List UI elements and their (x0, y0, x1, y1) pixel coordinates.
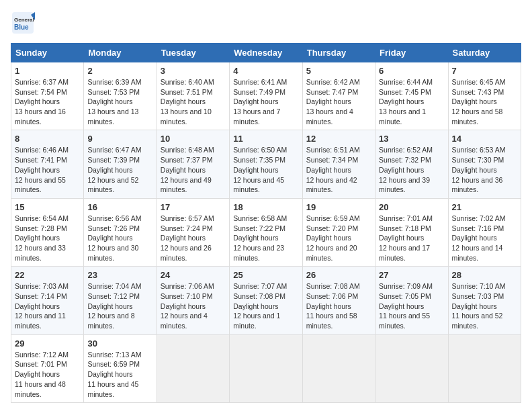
daylight-label: Daylight hours (87, 166, 132, 174)
day-number: 29 (15, 338, 80, 349)
daylight-label: Daylight hours (15, 166, 60, 174)
daylight-label: Daylight hours (306, 234, 351, 242)
cell-content: Sunrise: 6:39 AM Sunset: 7:53 PM Dayligh… (87, 77, 152, 126)
sunrise-label: Sunrise: 7:09 AM (379, 282, 433, 290)
cell-content: Sunrise: 6:59 AM Sunset: 7:20 PM Dayligh… (306, 214, 371, 263)
daylight-label: Daylight hours (233, 234, 278, 242)
day-number: 9 (87, 134, 152, 144)
day-number: 30 (87, 338, 152, 349)
daylight-label: Daylight hours (452, 166, 497, 174)
page-header: General Blue (11, 11, 521, 35)
sunrise-label: Sunrise: 6:47 AM (87, 146, 141, 154)
sunset-label: Sunset: 7:41 PM (15, 156, 67, 164)
daylight-duration: 12 hours and 26 minutes. (161, 244, 212, 262)
sunrise-label: Sunrise: 7:07 AM (233, 282, 287, 290)
daylight-duration: 12 hours and 55 minutes. (15, 176, 66, 194)
daylight-label: Daylight hours (15, 234, 60, 242)
calendar-cell: 24 Sunrise: 7:06 AM Sunset: 7:10 PM Dayl… (157, 267, 229, 334)
sunrise-label: Sunrise: 7:08 AM (306, 282, 360, 290)
day-number: 8 (15, 134, 80, 144)
calendar-week: 1 Sunrise: 6:37 AM Sunset: 7:54 PM Dayli… (11, 62, 521, 130)
daylight-duration: 11 hours and 45 minutes. (87, 380, 138, 398)
calendar-cell (302, 334, 375, 402)
daylight-duration: 12 hours and 17 minutes. (379, 244, 430, 262)
day-number: 12 (306, 134, 371, 144)
day-number: 19 (306, 202, 371, 212)
daylight-duration: 13 hours and 10 minutes. (161, 107, 212, 126)
calendar-cell: 3 Sunrise: 6:40 AM Sunset: 7:51 PM Dayli… (157, 62, 229, 130)
sunset-label: Sunset: 7:53 PM (87, 88, 140, 96)
calendar-week: 29 Sunrise: 7:12 AM Sunset: 7:01 PM Dayl… (11, 334, 521, 402)
sunset-label: Sunset: 7:05 PM (379, 292, 431, 300)
daylight-duration: 12 hours and 8 minutes. (87, 312, 134, 330)
day-number: 17 (161, 202, 226, 212)
daylight-duration: 12 hours and 4 minutes. (161, 312, 208, 330)
day-number: 6 (379, 66, 444, 76)
calendar-table: SundayMondayTuesdayWednesdayThursdayFrid… (11, 43, 521, 403)
calendar-cell: 15 Sunrise: 6:54 AM Sunset: 7:28 PM Dayl… (11, 198, 84, 266)
calendar-cell (157, 334, 229, 402)
daylight-label: Daylight hours (306, 97, 351, 105)
weekday-header: Sunday (11, 44, 84, 62)
calendar-cell: 4 Sunrise: 6:41 AM Sunset: 7:49 PM Dayli… (230, 62, 302, 130)
calendar-cell: 21 Sunrise: 7:02 AM Sunset: 7:16 PM Dayl… (448, 198, 521, 266)
sunset-label: Sunset: 7:37 PM (161, 156, 213, 164)
calendar-cell: 16 Sunrise: 6:56 AM Sunset: 7:26 PM Dayl… (84, 198, 157, 266)
calendar-cell: 10 Sunrise: 6:48 AM Sunset: 7:37 PM Dayl… (157, 130, 229, 198)
day-number: 16 (87, 202, 152, 212)
sunrise-label: Sunrise: 7:06 AM (161, 282, 214, 290)
daylight-label: Daylight hours (87, 97, 132, 105)
sunset-label: Sunset: 7:18 PM (379, 224, 431, 232)
day-number: 3 (161, 66, 226, 76)
logo-svg: General Blue (11, 11, 35, 35)
calendar-cell: 20 Sunrise: 7:01 AM Sunset: 7:18 PM Dayl… (375, 198, 448, 266)
daylight-duration: 12 hours and 36 minutes. (452, 176, 503, 194)
daylight-label: Daylight hours (233, 302, 278, 310)
daylight-label: Daylight hours (15, 370, 60, 378)
day-number: 23 (87, 270, 152, 280)
calendar-cell: 29 Sunrise: 7:12 AM Sunset: 7:01 PM Dayl… (11, 334, 84, 402)
cell-content: Sunrise: 7:02 AM Sunset: 7:16 PM Dayligh… (452, 214, 517, 263)
calendar-week: 22 Sunrise: 7:03 AM Sunset: 7:14 PM Dayl… (11, 267, 521, 334)
sunset-label: Sunset: 7:01 PM (15, 360, 67, 368)
sunset-label: Sunset: 6:59 PM (87, 360, 140, 368)
cell-content: Sunrise: 7:06 AM Sunset: 7:10 PM Dayligh… (161, 281, 226, 330)
daylight-duration: 12 hours and 39 minutes. (379, 176, 430, 194)
sunset-label: Sunset: 7:35 PM (233, 156, 285, 164)
calendar-cell: 2 Sunrise: 6:39 AM Sunset: 7:53 PM Dayli… (84, 62, 157, 130)
daylight-label: Daylight hours (452, 97, 497, 105)
cell-content: Sunrise: 7:07 AM Sunset: 7:08 PM Dayligh… (233, 281, 298, 330)
cell-content: Sunrise: 6:58 AM Sunset: 7:22 PM Dayligh… (233, 214, 298, 263)
daylight-label: Daylight hours (15, 302, 60, 310)
sunset-label: Sunset: 7:39 PM (87, 156, 140, 164)
daylight-duration: 13 hours and 13 minutes. (87, 107, 138, 126)
sunset-label: Sunset: 7:32 PM (379, 156, 431, 164)
calendar-cell: 30 Sunrise: 7:13 AM Sunset: 6:59 PM Dayl… (84, 334, 157, 402)
sunrise-label: Sunrise: 7:13 AM (87, 351, 141, 359)
sunset-label: Sunset: 7:12 PM (87, 292, 140, 300)
cell-content: Sunrise: 6:51 AM Sunset: 7:34 PM Dayligh… (306, 145, 371, 194)
sunset-label: Sunset: 7:30 PM (452, 156, 504, 164)
daylight-duration: 11 hours and 52 minutes. (452, 312, 503, 330)
daylight-label: Daylight hours (87, 370, 132, 378)
sunset-label: Sunset: 7:45 PM (379, 88, 431, 96)
calendar-cell: 9 Sunrise: 6:47 AM Sunset: 7:39 PM Dayli… (84, 130, 157, 198)
daylight-duration: 13 hours and 1 minute. (379, 107, 426, 126)
daylight-duration: 11 hours and 58 minutes. (306, 312, 357, 330)
svg-text:Blue: Blue (14, 24, 29, 31)
cell-content: Sunrise: 6:40 AM Sunset: 7:51 PM Dayligh… (161, 77, 226, 126)
cell-content: Sunrise: 7:13 AM Sunset: 6:59 PM Dayligh… (87, 350, 152, 399)
day-number: 14 (452, 134, 517, 144)
calendar-cell: 1 Sunrise: 6:37 AM Sunset: 7:54 PM Dayli… (11, 62, 84, 130)
sunrise-label: Sunrise: 6:52 AM (379, 146, 433, 154)
cell-content: Sunrise: 7:09 AM Sunset: 7:05 PM Dayligh… (379, 281, 444, 330)
daylight-duration: 12 hours and 58 minutes. (452, 107, 503, 126)
cell-content: Sunrise: 6:44 AM Sunset: 7:45 PM Dayligh… (379, 77, 444, 126)
sunset-label: Sunset: 7:24 PM (161, 224, 213, 232)
daylight-label: Daylight hours (87, 302, 132, 310)
daylight-duration: 12 hours and 23 minutes. (233, 244, 284, 262)
sunrise-label: Sunrise: 6:53 AM (452, 146, 506, 154)
weekday-header: Friday (375, 44, 448, 62)
daylight-duration: 13 hours and 16 minutes. (15, 107, 66, 126)
daylight-duration: 11 hours and 48 minutes. (15, 380, 66, 398)
